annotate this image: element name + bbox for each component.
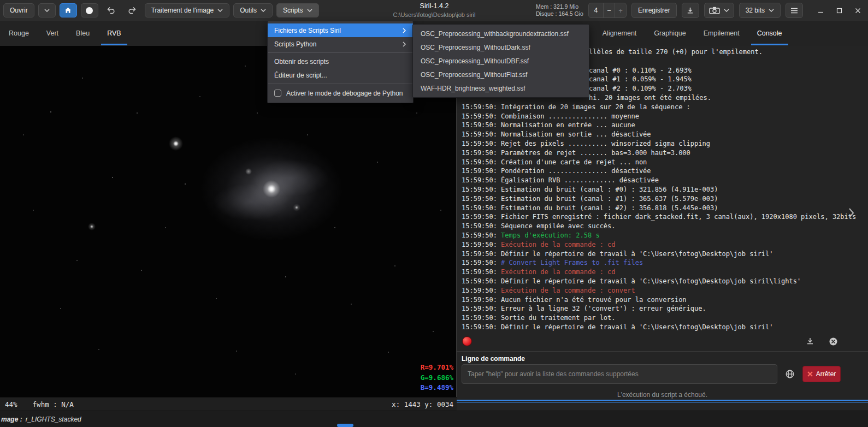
log-timestamp: 15:59:50: xyxy=(462,268,497,276)
script-file-name: OSC_Preprocessing_WithoutFlat.ssf xyxy=(421,71,527,79)
scripts-menu-button[interactable]: Scripts xyxy=(276,3,319,17)
tab-label: Vert xyxy=(46,29,58,37)
workflow-tab[interactable]: Graphique xyxy=(645,21,694,45)
logging-indicator-icon[interactable] xyxy=(462,336,472,346)
minimize-button[interactable] xyxy=(813,3,828,17)
log-message: Création d'une carte de rejet ... non xyxy=(501,158,647,166)
scripts-label: Scripts xyxy=(283,7,303,14)
channel-tab[interactable]: Vert xyxy=(38,21,67,45)
image-processing-menu-button[interactable]: Traitement de l'image xyxy=(145,3,230,17)
log-line: 15:59:50:# Convert Light Frames to .fit … xyxy=(462,258,868,268)
log-timestamp: 15:59:50: xyxy=(462,323,497,331)
record-icon xyxy=(86,7,93,14)
menu-item[interactable] xyxy=(268,84,412,84)
log-timestamp: 15:59:50: xyxy=(462,287,497,294)
menu-item[interactable]: Scripts Python xyxy=(268,37,413,51)
threads-decrement-button[interactable]: − xyxy=(604,3,615,17)
livestack-button[interactable] xyxy=(81,3,98,17)
command-line-label: Ligne de commande xyxy=(462,355,868,363)
script-file-item[interactable]: OSC_Preprocessing_WithoutFlat.ssf xyxy=(413,68,589,81)
log-message: Pondération ............... désactivée xyxy=(501,167,651,175)
maximize-button[interactable] xyxy=(832,3,846,17)
stop-button[interactable]: Arrêter xyxy=(802,366,841,382)
channel-tab[interactable]: RVB xyxy=(98,21,129,45)
channel-tab[interactable]: Bleu xyxy=(67,21,98,45)
threads-value[interactable]: 4 xyxy=(589,3,604,17)
zoom-level[interactable]: 44% xyxy=(0,400,17,408)
log-message: # Convert Light Frames to .fit files xyxy=(501,259,643,266)
toolbar-left: Ouvrir Traitement de l'image Outils xyxy=(3,3,319,17)
close-icon xyxy=(855,8,861,14)
star-field xyxy=(0,46,1,47)
script-file-item[interactable]: OSC_Preprocessing_WithoutDBF.ssf xyxy=(413,54,589,68)
snapshot-button[interactable] xyxy=(704,3,734,18)
script-file-item[interactable]: WAF-HDR_brightness_weighted.ssf xyxy=(413,81,589,95)
log-message: Estimation du bruit (canal : #0) : 321.8… xyxy=(501,186,718,193)
window-title-block: Siril-1.4.2 C:\Users\fotog\Desktop\job s… xyxy=(350,2,519,19)
home-button[interactable] xyxy=(60,3,77,17)
script-file-item[interactable]: OSC_Preprocessing_withbackgroundextracti… xyxy=(413,27,589,40)
log-timestamp: 15:59:50: xyxy=(462,140,497,147)
log-timestamp: 15:59:50: xyxy=(462,131,497,138)
minimize-icon xyxy=(818,8,824,14)
menu-item[interactable] xyxy=(268,52,412,53)
close-button[interactable] xyxy=(851,3,865,17)
log-message: Normalisation en entrée ... aucune xyxy=(501,121,635,129)
workflow-tab[interactable]: Empilement xyxy=(695,21,748,45)
channel-tab[interactable]: Rouge xyxy=(0,21,38,45)
pixel-value-blue: B=9.489% xyxy=(0,383,453,393)
window-controls xyxy=(813,3,865,17)
menu-item[interactable]: Fichiers de Scripts Siril xyxy=(268,23,413,37)
export-log-button[interactable] xyxy=(806,337,814,346)
hamburger-icon xyxy=(790,8,798,14)
tab-label: Bleu xyxy=(76,29,90,37)
log-message: Définir le répertoire de travail à 'C:\U… xyxy=(501,250,773,258)
tools-menu-button[interactable]: Outils xyxy=(233,3,273,17)
menu-item[interactable]: Activer le mode de débogage de Python xyxy=(268,86,413,100)
image-status-bar: 44% fwhm : N/A x: 1443 y: 0034 xyxy=(0,397,457,411)
command-input[interactable] xyxy=(462,364,777,384)
log-line: 15:59:50:Pondération ............... dés… xyxy=(462,167,868,176)
log-line: 15:59:50:Égalisation RVB ............. d… xyxy=(462,176,868,185)
log-message: Erreur à la ligne 32 ('convert') : erreu… xyxy=(501,305,706,312)
menu-item[interactable]: Obtenir des scripts xyxy=(268,55,413,68)
hamburger-menu-button[interactable] xyxy=(786,3,803,18)
tab-label: Alignement xyxy=(603,29,637,37)
siril-window: Ouvrir Traitement de l'image Outils xyxy=(0,0,868,427)
log-message: Normalisation en sortie ... désactivée xyxy=(501,131,651,138)
save-button[interactable]: Enregistrer xyxy=(631,3,677,18)
open-dropdown-button[interactable] xyxy=(38,3,56,17)
pixel-value-green: G=9.686% xyxy=(0,373,453,383)
log-timestamp: 15:59:50: xyxy=(462,314,497,322)
export-log-icon xyxy=(806,337,814,346)
menu-item[interactable]: Éditeur de script... xyxy=(268,68,413,82)
log-message: Sortie du traitement par lot. xyxy=(501,314,616,322)
workflow-tab[interactable]: Console xyxy=(748,21,791,45)
save-as-button[interactable] xyxy=(682,3,699,18)
workflow-tab[interactable]: Alignement xyxy=(594,21,646,45)
horizontal-scrollbar-thumb[interactable] xyxy=(337,424,353,427)
redo-button[interactable] xyxy=(123,3,141,17)
log-message: Égalisation RVB ............. désactivée xyxy=(501,176,659,184)
checkbox-icon[interactable] xyxy=(274,90,281,97)
bit-depth-value: 32 bits xyxy=(746,7,765,14)
log-message: canal #2 : 0.109% - 2.703% xyxy=(589,85,692,92)
script-file-item[interactable]: OSC_Preprocessing_WithoutDark.ssf xyxy=(413,40,589,54)
bit-depth-selector[interactable]: 32 bits xyxy=(739,3,781,18)
log-message: Aucun fichier n'a été trouvé pour la con… xyxy=(501,296,687,304)
log-message: Exécution de la commande : convert xyxy=(501,287,635,294)
threads-increment-button[interactable]: + xyxy=(615,3,626,17)
log-line: 15:59:50:Estimation du bruit (canal : #1… xyxy=(462,194,868,204)
online-help-button[interactable] xyxy=(781,364,799,384)
console-panel: llèles de taille 270 (+0) pour l'empilem… xyxy=(457,46,868,411)
fwhm-readout: fwhm : N/A xyxy=(17,400,74,408)
tab-label: RVB xyxy=(107,29,121,37)
undo-button[interactable] xyxy=(102,3,120,17)
panel-expand-handle[interactable] xyxy=(848,207,854,221)
log-message: Définir le répertoire de travail à 'C:\U… xyxy=(501,277,801,285)
clear-console-button[interactable] xyxy=(829,337,838,346)
open-button[interactable]: Ouvrir xyxy=(3,3,34,17)
threads-spinner[interactable]: 4 − + xyxy=(588,3,627,18)
log-timestamp: 15:59:50: xyxy=(462,204,497,212)
command-row: Arrêter xyxy=(462,364,863,384)
